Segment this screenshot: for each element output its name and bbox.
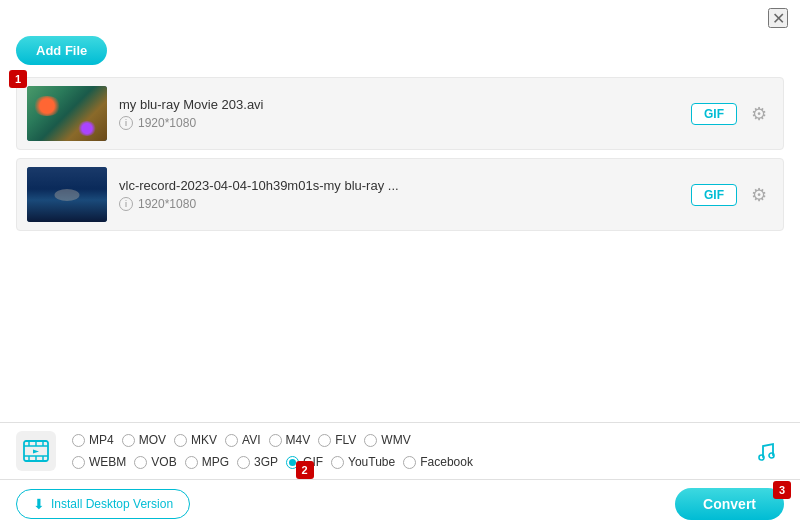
convert-button[interactable]: Convert 3	[675, 488, 784, 520]
radio-facebook[interactable]	[403, 456, 416, 469]
info-icon-2[interactable]: i	[119, 197, 133, 211]
format-mpg[interactable]: MPG	[181, 453, 233, 471]
info-icon-1[interactable]: i	[119, 116, 133, 130]
badge-2: 2	[296, 461, 314, 479]
file-item-2: vlc-record-2023-04-04-10h39m01s-my blu-r…	[16, 158, 784, 231]
action-bar: ⬇ Install Desktop Version Convert 3	[0, 480, 800, 528]
format-flv[interactable]: FLV	[314, 431, 360, 449]
format-3gp[interactable]: 3GP	[233, 453, 282, 471]
file-list: 1 my blu-ray Movie 203.avi i 1920*1080 G…	[16, 77, 784, 231]
radio-mpg[interactable]	[185, 456, 198, 469]
svg-point-11	[769, 453, 774, 458]
radio-m4v[interactable]	[269, 434, 282, 447]
badge-3: 3	[773, 481, 791, 499]
radio-webm[interactable]	[72, 456, 85, 469]
music-icon[interactable]	[748, 433, 784, 469]
svg-marker-9	[33, 450, 39, 454]
format-mp4[interactable]: MP4	[68, 431, 118, 449]
top-section: Add File	[0, 32, 800, 73]
file-name-2: vlc-record-2023-04-04-10h39m01s-my blu-r…	[119, 178, 679, 193]
convert-label: Convert	[703, 496, 756, 512]
radio-3gp[interactable]	[237, 456, 250, 469]
settings-button-1[interactable]: ⚙	[745, 100, 773, 128]
radio-avi[interactable]	[225, 434, 238, 447]
format-avi[interactable]: AVI	[221, 431, 264, 449]
bottom-bar: MP4 MOV MKV AVI	[0, 422, 800, 528]
radio-youtube[interactable]	[331, 456, 344, 469]
format-mov[interactable]: MOV	[118, 431, 170, 449]
settings-button-2[interactable]: ⚙	[745, 181, 773, 209]
install-desktop-button[interactable]: ⬇ Install Desktop Version	[16, 489, 190, 519]
radio-mkv[interactable]	[174, 434, 187, 447]
format-section: MP4 MOV MKV AVI	[0, 423, 800, 480]
format-wmv[interactable]: WMV	[360, 431, 414, 449]
gif-button-2[interactable]: GIF	[691, 184, 737, 206]
format-m4v[interactable]: M4V	[265, 431, 315, 449]
file-resolution-2: 1920*1080	[138, 197, 196, 211]
radio-mp4[interactable]	[72, 434, 85, 447]
radio-flv[interactable]	[318, 434, 331, 447]
close-button[interactable]: ✕	[768, 8, 788, 28]
file-thumbnail-1	[27, 86, 107, 141]
file-thumbnail-2	[27, 167, 107, 222]
file-name-1: my blu-ray Movie 203.avi	[119, 97, 679, 112]
file-meta-1: i 1920*1080	[119, 116, 679, 130]
gif-button-1[interactable]: GIF	[691, 103, 737, 125]
format-webm[interactable]: WEBM	[68, 453, 130, 471]
format-mkv[interactable]: MKV	[170, 431, 221, 449]
file-resolution-1: 1920*1080	[138, 116, 196, 130]
title-bar: ✕	[0, 0, 800, 32]
file-info-2: vlc-record-2023-04-04-10h39m01s-my blu-r…	[107, 178, 691, 211]
format-gif[interactable]: GIF 2	[282, 453, 327, 471]
file-actions-1: GIF ⚙	[691, 100, 773, 128]
radio-mov[interactable]	[122, 434, 135, 447]
add-file-button[interactable]: Add File	[16, 36, 107, 65]
radio-wmv[interactable]	[364, 434, 377, 447]
svg-point-10	[759, 455, 764, 460]
file-item-1: 1 my blu-ray Movie 203.avi i 1920*1080 G…	[16, 77, 784, 150]
format-vob[interactable]: VOB	[130, 453, 180, 471]
download-icon: ⬇	[33, 496, 45, 512]
file-actions-2: GIF ⚙	[691, 181, 773, 209]
film-icon	[16, 431, 56, 471]
radio-vob[interactable]	[134, 456, 147, 469]
install-label: Install Desktop Version	[51, 497, 173, 511]
format-youtube[interactable]: YouTube	[327, 453, 399, 471]
file-meta-2: i 1920*1080	[119, 197, 679, 211]
file-info-1: my blu-ray Movie 203.avi i 1920*1080	[107, 97, 691, 130]
format-facebook[interactable]: Facebook	[399, 453, 477, 471]
badge-1: 1	[9, 70, 27, 88]
